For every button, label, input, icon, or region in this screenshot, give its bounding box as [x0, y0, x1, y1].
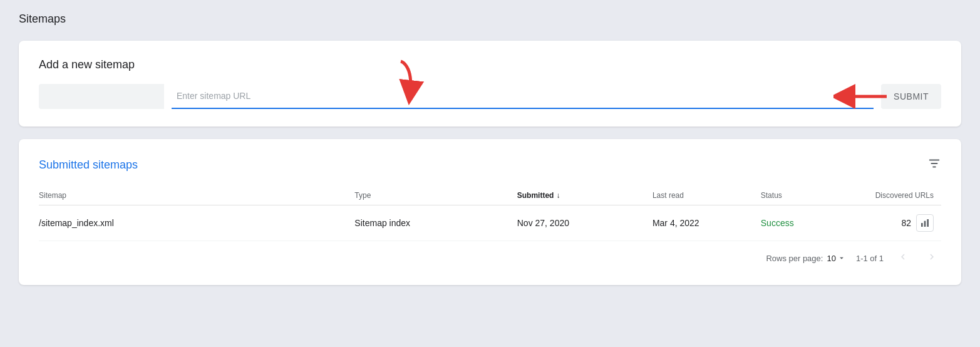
- rows-per-page: Rows per page: 10: [766, 254, 846, 263]
- cell-sitemap: /sitemap_index.xml: [39, 205, 354, 241]
- col-header-type: Type: [354, 186, 517, 205]
- submitted-header: Submitted sitemaps: [39, 157, 941, 174]
- svg-rect-0: [921, 223, 923, 227]
- status-badge: Success: [761, 218, 794, 228]
- url-prefix-display: [39, 84, 164, 109]
- svg-rect-1: [924, 221, 926, 227]
- col-header-lastread: Last read: [652, 186, 761, 205]
- submit-button[interactable]: SUBMIT: [881, 84, 941, 109]
- cell-submitted: Nov 27, 2020: [517, 205, 652, 241]
- dropdown-icon: [837, 254, 846, 262]
- sitemap-input-row: SUBMIT: [39, 84, 941, 109]
- sitemaps-table: Sitemap Type Submitted ↓ Last read Statu…: [39, 186, 941, 241]
- col-header-submitted[interactable]: Submitted ↓: [517, 186, 652, 205]
- svg-rect-2: [927, 219, 929, 227]
- rows-per-page-value: 10: [827, 254, 835, 263]
- filter-icon[interactable]: [927, 157, 941, 174]
- next-page-button[interactable]: [922, 249, 941, 267]
- sort-down-icon: ↓: [556, 191, 560, 200]
- chevron-right-icon: [926, 251, 937, 262]
- cell-type: Sitemap index: [354, 205, 517, 241]
- pagination-row: Rows per page: 10 1-1 of 1: [39, 241, 941, 267]
- sitemap-url-input[interactable]: [172, 84, 874, 109]
- cell-urls: 82: [851, 205, 941, 241]
- table-row: /sitemap_index.xml Sitemap index Nov 27,…: [39, 205, 941, 241]
- rows-per-page-label: Rows per page:: [766, 254, 823, 263]
- chevron-left-icon: [897, 251, 909, 262]
- url-count: 82: [901, 218, 911, 228]
- add-sitemap-title: Add a new sitemap: [39, 58, 941, 71]
- add-sitemap-card: Add a new sitemap SUBMIT: [19, 41, 961, 127]
- chart-icon[interactable]: [916, 214, 934, 232]
- rows-per-page-select[interactable]: 10: [827, 254, 845, 263]
- submitted-sitemaps-card: Submitted sitemaps Sitemap Type Submitte…: [19, 139, 961, 285]
- cell-status: Success: [761, 205, 851, 241]
- prev-page-button[interactable]: [894, 249, 912, 267]
- page-info: 1-1 of 1: [856, 254, 884, 263]
- col-header-sitemap: Sitemap: [39, 186, 354, 205]
- page-title: Sitemaps: [19, 13, 961, 26]
- submitted-title: Submitted sitemaps: [39, 158, 138, 172]
- col-header-urls: Discovered URLs: [851, 186, 941, 205]
- cell-lastread: Mar 4, 2022: [652, 205, 761, 241]
- table-header-row: Sitemap Type Submitted ↓ Last read Statu…: [39, 186, 941, 205]
- col-header-status: Status: [761, 186, 851, 205]
